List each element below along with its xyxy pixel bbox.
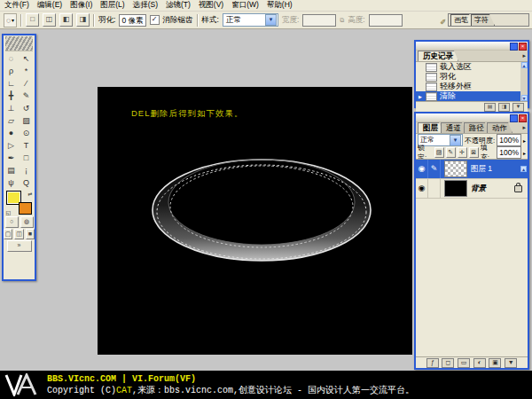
layers-panel-titlebar[interactable]: ×	[416, 113, 528, 122]
fullscreen-menu-button[interactable]: ◫	[14, 229, 23, 239]
blur-tool[interactable]: ●	[4, 127, 19, 139]
history-item[interactable]: ▫ 轻移外框	[416, 82, 528, 91]
layer-row-background[interactable]: ◉ 背景	[416, 179, 528, 199]
shape-tool[interactable]: □	[20, 152, 34, 164]
lock-pixels-icon[interactable]: ✎	[446, 147, 456, 158]
menu-help[interactable]: 帮助(H)	[267, 0, 293, 11]
fill-slider-icon[interactable]: ▸	[523, 150, 526, 156]
tool-preset-picker[interactable]: ◌ ▾	[4, 13, 17, 27]
tab-history[interactable]: 历史记录	[418, 51, 458, 61]
standard-mode-button[interactable]: ○	[5, 216, 19, 228]
elliptical-marquee-tool[interactable]: ◌	[4, 52, 19, 65]
tab-channels[interactable]: 通道	[441, 122, 466, 133]
tab-character[interactable]: 字符	[471, 14, 495, 26]
new-document-from-state-button[interactable]: ▤	[484, 103, 496, 112]
default-colors-icon[interactable]: ◱	[6, 210, 12, 215]
layer-name[interactable]: 图层 1	[471, 164, 520, 175]
history-item[interactable]: ▫ 载入选区	[416, 62, 528, 72]
notes-tool[interactable]: ▤	[4, 164, 19, 176]
move-tool[interactable]: ↖	[20, 52, 34, 65]
layer-style-button[interactable]: ƒ	[426, 358, 439, 368]
type-tool[interactable]: T	[20, 139, 34, 152]
delete-layer-button[interactable]: ▼	[505, 358, 517, 368]
scroll-down-icon[interactable]: ▾	[521, 95, 528, 101]
minimize-icon[interactable]	[510, 43, 518, 51]
lasso-tool[interactable]: ρ	[4, 65, 19, 77]
close-icon[interactable]: ×	[519, 114, 527, 122]
visibility-eye-icon[interactable]: ◉	[416, 179, 428, 198]
brush-palette-icon[interactable]: ✐	[440, 18, 446, 27]
dodge-tool[interactable]: ⊙	[20, 127, 34, 139]
clone-stamp-tool[interactable]: ⊥	[4, 102, 19, 114]
antialias-checkbox[interactable]: ✓	[150, 15, 160, 25]
opacity-slider-icon[interactable]: ▸	[523, 137, 526, 144]
add-mask-button[interactable]: ◻	[442, 358, 454, 368]
style-dropdown[interactable]: 正常 ▾	[223, 13, 278, 27]
link-cell[interactable]	[428, 179, 441, 198]
lock-transparency-icon[interactable]: ▨	[434, 147, 444, 158]
lock-all-icon[interactable]: ⊠	[469, 147, 479, 158]
tab-layers[interactable]: 图层	[418, 122, 443, 133]
history-source-box[interactable]: ▫	[419, 84, 423, 90]
gradient-tool[interactable]: ▨	[20, 114, 34, 127]
tab-brushes[interactable]: 画笔	[450, 14, 474, 26]
tab-actions[interactable]: 动作	[487, 122, 512, 133]
panel-menu-icon[interactable]: ▸	[522, 124, 526, 131]
minimize-icon[interactable]	[510, 114, 518, 122]
slice-tool[interactable]: ∕	[20, 77, 34, 90]
menu-view[interactable]: 视图(V)	[199, 0, 223, 11]
history-item[interactable]: ▫ 羽化	[416, 72, 528, 82]
tab-paths[interactable]: 路径	[464, 122, 489, 133]
history-source-box[interactable]: ▫	[419, 65, 423, 70]
new-layer-button[interactable]: ▣	[489, 358, 501, 368]
delete-state-button[interactable]: ▼	[512, 103, 524, 112]
standard-screen-button[interactable]: ▢	[4, 229, 12, 239]
history-panel-titlebar[interactable]: ×	[416, 42, 528, 51]
menu-layer[interactable]: 图层(L)	[100, 0, 124, 11]
pen-tool[interactable]: ✒	[4, 152, 19, 164]
hand-tool[interactable]: ψ	[4, 176, 19, 189]
menu-filter[interactable]: 滤镜(T)	[166, 0, 191, 11]
fill-input[interactable]: 100%	[497, 146, 521, 159]
swap-colors-icon[interactable]: ⇄	[27, 191, 32, 197]
lock-position-icon[interactable]: ✛	[458, 147, 467, 158]
document-canvas[interactable]: DEL删除后得到如下效果。	[98, 87, 412, 355]
selection-mode-new-button[interactable]: □	[26, 13, 39, 27]
adjustment-layer-button[interactable]: ◐	[473, 358, 486, 368]
menu-select[interactable]: 选择(S)	[133, 0, 158, 11]
feather-input[interactable]: 0 像素	[119, 14, 145, 27]
layer-name[interactable]: 背景	[471, 184, 514, 194]
opacity-input[interactable]: 100%	[497, 134, 521, 146]
layer-thumbnail[interactable]	[444, 160, 467, 177]
history-item-selected[interactable]: ▶ 清除	[416, 91, 528, 101]
layer-thumbnail[interactable]	[444, 180, 467, 197]
quick-mask-mode-button[interactable]: ◍	[20, 216, 34, 228]
edit-in-imageready-button[interactable]: »	[7, 240, 32, 252]
selection-mode-add-button[interactable]: ◫	[43, 13, 56, 27]
new-snapshot-button[interactable]: ◨	[498, 103, 510, 112]
history-source-box[interactable]: ▫	[419, 74, 423, 80]
layer-row-selected[interactable]: ◉ ✎ 图层 1 ▴	[416, 160, 528, 179]
scroll-up-icon[interactable]: ▴	[521, 62, 528, 68]
scroll-up-icon[interactable]: ▴	[520, 166, 527, 172]
close-icon[interactable]: ×	[519, 43, 527, 51]
background-color-swatch[interactable]	[19, 202, 32, 215]
panel-menu-icon[interactable]: ▸	[522, 52, 526, 59]
eyedropper-tool[interactable]: ¡	[20, 164, 34, 176]
crop-tool[interactable]: ∟	[4, 77, 19, 90]
menu-window[interactable]: 窗口(W)	[231, 0, 259, 11]
history-brush-tool[interactable]: ↺	[20, 102, 34, 114]
healing-brush-tool[interactable]: ╋	[4, 90, 19, 102]
menu-edit[interactable]: 编辑(E)	[37, 0, 62, 11]
menu-file[interactable]: 文件(F)	[4, 0, 29, 11]
menu-image[interactable]: 图像(I)	[70, 0, 92, 11]
magic-wand-tool[interactable]: *	[20, 65, 34, 77]
brush-tool[interactable]: ✎	[20, 90, 34, 102]
zoom-tool[interactable]: Q	[20, 176, 34, 189]
path-selection-tool[interactable]: ▷	[4, 139, 19, 152]
eraser-tool[interactable]: ▱	[4, 114, 19, 127]
new-group-button[interactable]: ▭	[458, 358, 470, 368]
history-scrollbar[interactable]: ▴ ▾	[520, 62, 528, 101]
selection-mode-subtract-button[interactable]: ◧	[59, 13, 73, 27]
selection-mode-intersect-button[interactable]: ◨	[76, 13, 90, 27]
